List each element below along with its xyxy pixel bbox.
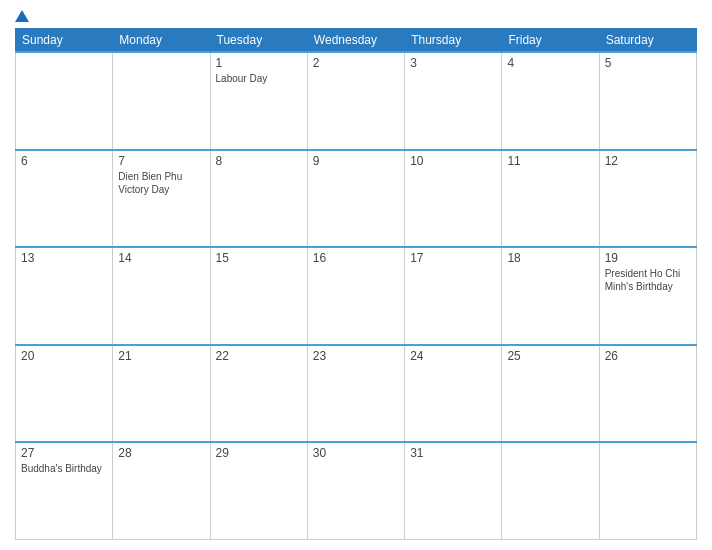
- calendar-cell: 18: [502, 247, 599, 345]
- calendar-cell: 20: [16, 345, 113, 443]
- day-number: 25: [507, 349, 593, 363]
- day-number: 15: [216, 251, 302, 265]
- day-number: 17: [410, 251, 496, 265]
- day-number: 24: [410, 349, 496, 363]
- calendar-week-row: 1Labour Day2345: [16, 52, 697, 150]
- day-number: 2: [313, 56, 399, 70]
- calendar-cell: 21: [113, 345, 210, 443]
- day-number: 7: [118, 154, 204, 168]
- weekday-header-row: SundayMondayTuesdayWednesdayThursdayFrid…: [16, 29, 697, 53]
- day-number: 12: [605, 154, 691, 168]
- calendar-page: SundayMondayTuesdayWednesdayThursdayFrid…: [0, 0, 712, 550]
- day-number: 8: [216, 154, 302, 168]
- calendar-cell: [599, 442, 696, 540]
- calendar-cell: 11: [502, 150, 599, 248]
- day-number: 18: [507, 251, 593, 265]
- calendar-cell: 27Buddha's Birthday: [16, 442, 113, 540]
- weekday-header-saturday: Saturday: [599, 29, 696, 53]
- calendar-cell: 22: [210, 345, 307, 443]
- calendar-cell: 17: [405, 247, 502, 345]
- calendar-cell: [113, 52, 210, 150]
- calendar-cell: 24: [405, 345, 502, 443]
- calendar-cell: 2: [307, 52, 404, 150]
- day-number: 19: [605, 251, 691, 265]
- calendar-cell: 26: [599, 345, 696, 443]
- day-number: 6: [21, 154, 107, 168]
- day-number: 4: [507, 56, 593, 70]
- calendar-cell: 3: [405, 52, 502, 150]
- calendar-cell: 10: [405, 150, 502, 248]
- calendar-cell: 19President Ho Chi Minh's Birthday: [599, 247, 696, 345]
- day-number: 9: [313, 154, 399, 168]
- day-number: 27: [21, 446, 107, 460]
- calendar-week-row: 13141516171819President Ho Chi Minh's Bi…: [16, 247, 697, 345]
- calendar-week-row: 20212223242526: [16, 345, 697, 443]
- calendar-cell: 12: [599, 150, 696, 248]
- calendar-cell: [502, 442, 599, 540]
- day-number: 14: [118, 251, 204, 265]
- day-number: 16: [313, 251, 399, 265]
- calendar-cell: 5: [599, 52, 696, 150]
- weekday-header-thursday: Thursday: [405, 29, 502, 53]
- holiday-label: Buddha's Birthday: [21, 462, 107, 475]
- calendar-header: SundayMondayTuesdayWednesdayThursdayFrid…: [16, 29, 697, 53]
- weekday-header-monday: Monday: [113, 29, 210, 53]
- holiday-label: Dien Bien Phu Victory Day: [118, 170, 204, 196]
- calendar-table: SundayMondayTuesdayWednesdayThursdayFrid…: [15, 28, 697, 540]
- calendar-cell: 6: [16, 150, 113, 248]
- calendar-cell: 14: [113, 247, 210, 345]
- day-number: 13: [21, 251, 107, 265]
- calendar-cell: 28: [113, 442, 210, 540]
- calendar-cell: 4: [502, 52, 599, 150]
- calendar-cell: 15: [210, 247, 307, 345]
- day-number: 23: [313, 349, 399, 363]
- day-number: 21: [118, 349, 204, 363]
- holiday-label: President Ho Chi Minh's Birthday: [605, 267, 691, 293]
- weekday-header-friday: Friday: [502, 29, 599, 53]
- calendar-cell: 25: [502, 345, 599, 443]
- calendar-cell: 23: [307, 345, 404, 443]
- logo-triangle-icon: [15, 10, 29, 22]
- header: [15, 10, 697, 22]
- day-number: 22: [216, 349, 302, 363]
- day-number: 29: [216, 446, 302, 460]
- day-number: 3: [410, 56, 496, 70]
- day-number: 20: [21, 349, 107, 363]
- calendar-cell: 1Labour Day: [210, 52, 307, 150]
- calendar-week-row: 67Dien Bien Phu Victory Day89101112: [16, 150, 697, 248]
- day-number: 5: [605, 56, 691, 70]
- holiday-label: Labour Day: [216, 72, 302, 85]
- calendar-cell: 16: [307, 247, 404, 345]
- logo-blue-text: [15, 10, 31, 22]
- calendar-body: 1Labour Day234567Dien Bien Phu Victory D…: [16, 52, 697, 540]
- day-number: 31: [410, 446, 496, 460]
- calendar-cell: 29: [210, 442, 307, 540]
- day-number: 28: [118, 446, 204, 460]
- weekday-header-sunday: Sunday: [16, 29, 113, 53]
- calendar-cell: 30: [307, 442, 404, 540]
- calendar-cell: 31: [405, 442, 502, 540]
- logo: [15, 10, 31, 22]
- calendar-cell: 8: [210, 150, 307, 248]
- calendar-cell: 7Dien Bien Phu Victory Day: [113, 150, 210, 248]
- calendar-cell: [16, 52, 113, 150]
- weekday-header-tuesday: Tuesday: [210, 29, 307, 53]
- calendar-cell: 9: [307, 150, 404, 248]
- calendar-week-row: 27Buddha's Birthday28293031: [16, 442, 697, 540]
- day-number: 11: [507, 154, 593, 168]
- calendar-cell: 13: [16, 247, 113, 345]
- day-number: 10: [410, 154, 496, 168]
- day-number: 1: [216, 56, 302, 70]
- day-number: 30: [313, 446, 399, 460]
- day-number: 26: [605, 349, 691, 363]
- weekday-header-wednesday: Wednesday: [307, 29, 404, 53]
